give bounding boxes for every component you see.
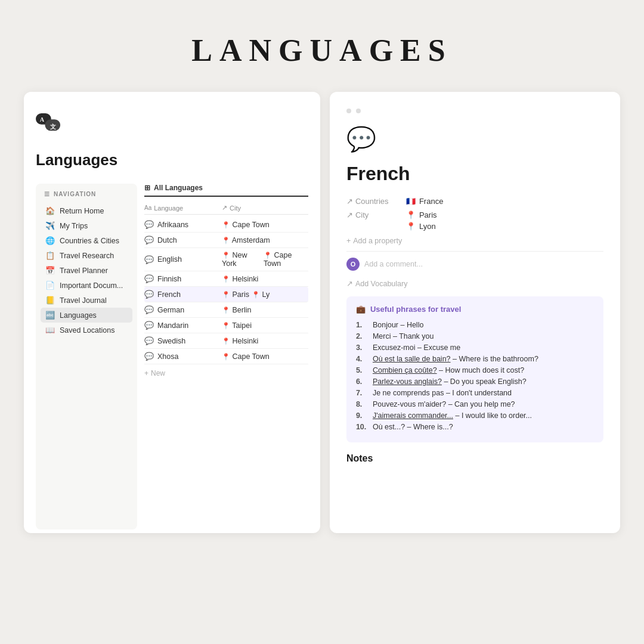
lang-name-xhosa: 💬 Xhosa: [144, 352, 222, 361]
nav-icon-5: 📄: [45, 281, 55, 290]
countries-label: ↗ Countries: [346, 197, 406, 206]
city-value-lyon: 📍 Lyon: [406, 222, 437, 231]
table-row[interactable]: 💬 Dutch 📍 Amsterdam: [144, 233, 308, 248]
add-vocabulary-button[interactable]: ↗ Add Vocabulary: [346, 279, 603, 288]
nav-item-return-home[interactable]: 🏠Return Home: [41, 203, 132, 218]
phrases-header: 💼 Useful phrases for travel: [356, 305, 594, 314]
country-value: 🇫🇷 France: [406, 197, 443, 206]
phrase-item: 2.Merci – Thank you: [356, 332, 594, 340]
topbar-dot-2: [356, 109, 361, 113]
svg-text:A: A: [40, 116, 45, 123]
nav-item-travel-planner[interactable]: 📅Travel Planner: [41, 263, 132, 278]
nav-icon-6: 📒: [45, 296, 55, 305]
col-city-header: ↗ City: [222, 204, 308, 212]
all-languages-tab[interactable]: ⊞ All Languages: [144, 184, 308, 197]
comment-input[interactable]: Add a comment...: [364, 260, 423, 268]
arrow-icon: ↗: [222, 204, 227, 212]
table-row[interactable]: 💬 German 📍 Berlin: [144, 302, 308, 318]
table-row[interactable]: 💬 Swedish 📍 Helsinki: [144, 333, 308, 349]
nav-icon-3: 📋: [45, 251, 55, 260]
arrow-vocab-icon: ↗: [346, 279, 353, 288]
bubble-icon: 💬: [144, 336, 154, 345]
bubble-icon: 💬: [144, 236, 154, 244]
page-title: LANGUAGES: [191, 33, 452, 68]
lang-name-dutch: 💬 Dutch: [144, 236, 222, 244]
city-name-7: 📍 Helsinki: [222, 337, 308, 345]
language-emoji: 💬: [346, 125, 603, 153]
phrase-item: 5.Combien ça coûte? – How much does it c…: [356, 366, 594, 374]
nav-header: ☰ NAVIGATION: [41, 191, 132, 197]
arrow-countries-icon: ↗: [346, 197, 353, 206]
lang-name-mandarin: 💬 Mandarin: [144, 321, 222, 330]
nav-item-important-docum...[interactable]: 📄Important Docum...: [41, 278, 132, 293]
table-row[interactable]: 💬 Mandarin 📍 Taipei: [144, 318, 308, 333]
phrases-box: 💼 Useful phrases for travel 1.Bonjour – …: [346, 296, 603, 442]
comment-row[interactable]: O Add a comment...: [346, 258, 603, 271]
city-name-3: 📍 Helsinki: [222, 275, 308, 283]
col-language-header: Aa Language: [144, 204, 222, 212]
phrase-item: 6.Parlez-vous anglais? – Do you speak En…: [356, 377, 594, 386]
table-icon: ⊞: [144, 184, 150, 192]
phrase-item: 1.Bonjour – Hello: [356, 321, 594, 329]
briefcase-icon: 💼: [356, 305, 366, 314]
pin-icon-paris: 📍: [406, 210, 416, 219]
hamburger-icon: ☰: [44, 191, 50, 197]
lang-name-afrikaans: 💬 Afrikaans: [144, 220, 222, 229]
lang-name-english: 💬 English: [144, 255, 222, 264]
table-row[interactable]: 💬 English 📍 New York 📍 Cape Town: [144, 248, 308, 271]
arrow-city-icon: ↗: [346, 210, 353, 219]
city-name-4: 📍 Paris 📍 Ly: [222, 290, 308, 299]
city-name-2: 📍 New York 📍 Cape Town: [222, 251, 308, 268]
phrase-item: 3.Excusez-moi – Excuse me: [356, 343, 594, 352]
language-table-panel: ⊞ All Languages Aa Language ↗ City 💬 Afr…: [144, 184, 308, 530]
nav-icon-2: 🌐: [45, 236, 55, 245]
city-name-5: 📍 Berlin: [222, 306, 308, 314]
bubble-icon: 💬: [144, 321, 154, 330]
bubble-icon: 💬: [144, 305, 154, 314]
lang-name-swedish: 💬 Swedish: [144, 336, 222, 345]
left-panel: A 文 Languages ☰ NAVIGATION 🏠Return Home✈…: [24, 92, 320, 533]
nav-icon-1: ✈️: [45, 221, 55, 230]
table-header: Aa Language ↗ City: [144, 202, 308, 215]
comment-avatar: O: [346, 258, 360, 271]
bubble-icon: 💬: [144, 255, 154, 264]
bubble-icon: 💬: [144, 290, 154, 299]
nav-item-travel-research[interactable]: 📋Travel Research: [41, 248, 132, 263]
nav-icon-4: 📅: [45, 266, 55, 275]
city-name-8: 📍 Cape Town: [222, 352, 308, 361]
navigation-panel: ☰ NAVIGATION 🏠Return Home✈️My Trips🌐Coun…: [36, 184, 137, 530]
nav-icon-7: 🔤: [45, 311, 55, 320]
table-row[interactable]: 💬 Finnish 📍 Helsinki: [144, 271, 308, 287]
country-flag: 🇫🇷: [406, 197, 416, 206]
nav-icon-0: 🏠: [45, 206, 55, 215]
lang-name-finnish: 💬 Finnish: [144, 274, 222, 283]
add-property-button[interactable]: + Add a property: [346, 237, 603, 245]
nav-item-countries-&-cities[interactable]: 🌐Countries & Cities: [41, 233, 132, 248]
bubble-icon: 💬: [144, 274, 154, 283]
pin-icon-lyon: 📍: [406, 222, 416, 231]
aa-icon: Aa: [144, 205, 151, 211]
nav-icon-8: 📖: [45, 326, 55, 335]
city-label: ↗ City: [346, 210, 406, 219]
nav-item-languages[interactable]: 🔤Languages: [41, 308, 132, 323]
nav-item-saved-locations[interactable]: 📖Saved Locations: [41, 323, 132, 338]
table-row[interactable]: 💬 French 📍 Paris 📍 Ly: [144, 287, 308, 302]
topbar: [346, 109, 603, 113]
city-property: ↗ City 📍 Paris 📍 Lyon: [346, 210, 603, 231]
table-row[interactable]: 💬 Xhosa 📍 Cape Town: [144, 349, 308, 364]
phrase-item: 9.J'aimerais commander... – I would like…: [356, 411, 594, 420]
new-row-button[interactable]: + New: [144, 364, 308, 382]
plus-add-property-icon: +: [346, 237, 351, 245]
lang-name-french: 💬 French: [144, 290, 222, 299]
table-row[interactable]: 💬 Afrikaans 📍 Cape Town: [144, 217, 308, 233]
topbar-dot-1: [346, 109, 351, 113]
countries-property: ↗ Countries 🇫🇷 France: [346, 197, 603, 206]
nav-item-travel-journal[interactable]: 📒Travel Journal: [41, 293, 132, 308]
city-name-0: 📍 Cape Town: [222, 221, 308, 229]
app-title: Languages: [36, 151, 308, 169]
svg-text:文: 文: [50, 123, 56, 130]
bubble-icon: 💬: [144, 220, 154, 229]
bubble-icon: 💬: [144, 352, 154, 361]
lang-name-german: 💬 German: [144, 305, 222, 314]
nav-item-my-trips[interactable]: ✈️My Trips: [41, 218, 132, 233]
